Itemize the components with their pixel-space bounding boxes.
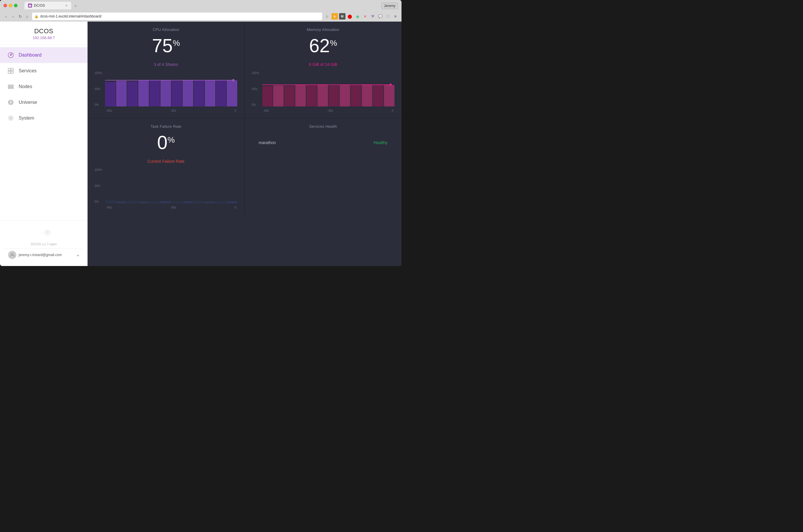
task-y-labels: 100% 50% 0% [95, 168, 102, 203]
bookmark-icon[interactable]: ☆ [324, 13, 330, 20]
memory-y-labels: 100% 50% 0% [252, 72, 259, 107]
ext-chat-icon[interactable]: 💬 [377, 13, 384, 20]
version-text: DC/OS v.1.7-open [31, 242, 57, 246]
tab-close-icon[interactable]: ✕ [65, 4, 68, 7]
home-button[interactable]: ⌂ [24, 13, 30, 20]
task-y-50: 50% [95, 184, 102, 188]
ext-m-icon[interactable]: M [339, 13, 346, 20]
svg-point-13 [10, 117, 12, 119]
cpu-x-30: -30s [170, 109, 176, 112]
close-button[interactable] [3, 4, 7, 7]
app-title: DCOS [0, 27, 88, 35]
svg-point-22 [389, 84, 392, 86]
task-bar-12 [227, 201, 237, 203]
sidebar-item-system[interactable]: System [0, 110, 88, 126]
task-x-0: 0 [235, 206, 236, 209]
memory-metric-subtitle: 9 GiB of 14 GiB [252, 62, 395, 67]
universe-icon [7, 99, 15, 106]
sidebar-item-nodes[interactable]: Nodes [0, 79, 88, 95]
user-arrow-icon: ▲ [76, 253, 79, 256]
task-bar-3 [127, 201, 138, 203]
sidebar-item-services[interactable]: Services [0, 63, 88, 79]
cpu-y-50: 50% [95, 88, 102, 91]
fullscreen-button[interactable] [14, 4, 18, 7]
memory-y-50: 50% [252, 88, 259, 91]
service-row-marathon: marathon Healthy [252, 138, 395, 147]
memory-x-0: 0 [392, 109, 393, 112]
ext-x-icon[interactable]: ✕ [362, 13, 368, 20]
nodes-label: Nodes [19, 84, 32, 89]
toolbar-icons: ☆ k M ⬤ ◉ ✕ ⚒ 💬 ⬡ ≡ [324, 13, 398, 20]
browser-window: DC/OS ✕ + Jeremy ‹ › ↻ ⌂ 🔒 dcos-mst-1.eu… [0, 0, 401, 266]
sidebar-footer: DC/OS v.1.7-open jeremy.r.rickard@gmail.… [0, 221, 88, 266]
user-email: jeremy.r.rickard@gmail.com [19, 253, 74, 257]
reload-button[interactable]: ↻ [17, 13, 23, 20]
task-chart-area [105, 168, 238, 203]
memory-line-overlay [262, 72, 395, 107]
svg-point-2 [10, 55, 12, 56]
cpu-metric-subtitle: 3 of 4 Shares [95, 62, 238, 67]
svg-rect-3 [8, 68, 11, 71]
back-button[interactable]: ‹ [3, 13, 10, 20]
ext-k-icon[interactable]: k [332, 13, 338, 20]
cpu-panel: CPU Allocation 75% 3 of 4 Shares 100% 50… [88, 22, 244, 118]
address-bar-row: ‹ › ↻ ⌂ 🔒 dcos-mst-1.euclid.internal/#/d… [0, 11, 401, 22]
svg-rect-6 [11, 71, 14, 74]
user-menu-button[interactable]: Jeremy [381, 3, 398, 9]
task-bar-1 [105, 201, 115, 203]
browser-titlebar: DC/OS ✕ + Jeremy [0, 0, 401, 11]
memory-y-100: 100% [252, 72, 259, 75]
forward-button[interactable]: › [10, 13, 16, 20]
sidebar-nav: Dashboard Services [0, 45, 88, 221]
sidebar-item-universe[interactable]: Universe [0, 95, 88, 110]
memory-chart-area [262, 72, 395, 107]
app-container: DCOS 192.168.88.7 Dashboard [0, 22, 401, 266]
task-metric-subtitle: Current Failure Rate [95, 159, 238, 164]
cpu-x-0: 0 [235, 109, 236, 112]
task-bar-8 [183, 201, 193, 203]
tab-title: DC/OS [34, 3, 45, 7]
cpu-line-overlay [105, 72, 238, 107]
cpu-y-labels: 100% 50% 0% [95, 72, 102, 107]
url-text: dcos-mst-1.euclid.internal/#/dashboard/ [40, 14, 101, 18]
services-health-list: marathon Healthy [252, 133, 395, 152]
task-y-0: 0% [95, 200, 102, 203]
task-panel-title: Task Failure Rate [95, 124, 238, 129]
active-tab[interactable]: DC/OS ✕ [24, 2, 71, 10]
dashboard-label: Dashboard [19, 53, 41, 58]
new-tab-button[interactable]: + [71, 2, 80, 10]
lock-icon: 🔒 [34, 15, 38, 18]
hamburger-menu[interactable]: ≡ [392, 13, 398, 20]
ext-tool-icon[interactable]: ⚒ [369, 13, 376, 20]
service-name-marathon: marathon [259, 140, 276, 145]
minimize-button[interactable] [9, 4, 12, 7]
services-icon [7, 67, 15, 75]
cpu-y-0: 0% [95, 103, 102, 107]
user-avatar [8, 251, 16, 259]
cpu-y-100: 100% [95, 72, 102, 75]
memory-x-labels: -60s -30s 0 [262, 109, 395, 112]
address-bar[interactable]: 🔒 dcos-mst-1.euclid.internal/#/dashboard… [32, 13, 322, 20]
nav-arrows: ‹ › ↻ ⌂ [3, 13, 30, 20]
task-bar-10 [205, 202, 215, 203]
cpu-metric-value: 75% [152, 36, 180, 55]
universe-label: Universe [19, 100, 37, 105]
nodes-icon [7, 83, 15, 90]
system-icon [7, 114, 15, 122]
task-bar-7 [172, 202, 182, 203]
dcos-logo [36, 226, 51, 240]
task-x-60: -60s [106, 206, 112, 209]
memory-x-60: -60s [263, 109, 269, 112]
ext-shield-icon[interactable]: ⬡ [385, 13, 391, 20]
tab-bar: DC/OS ✕ + [24, 2, 80, 10]
svg-rect-7 [8, 85, 14, 86]
dashboard-grid: CPU Allocation 75% 3 of 4 Shares 100% 50… [88, 22, 401, 215]
cpu-chart: 100% 50% 0% [95, 72, 238, 112]
ext-o-icon[interactable]: ⬤ [347, 13, 353, 20]
user-profile[interactable]: jeremy.r.rickard@gmail.com ▲ [5, 248, 83, 261]
ext-g-icon[interactable]: ◉ [354, 13, 361, 20]
services-health-panel: Services Health marathon Healthy [245, 118, 402, 215]
task-metric-value: 0% [157, 133, 175, 152]
sidebar-header: DCOS 192.168.88.7 [0, 22, 88, 45]
sidebar-item-dashboard[interactable]: Dashboard [0, 47, 88, 63]
